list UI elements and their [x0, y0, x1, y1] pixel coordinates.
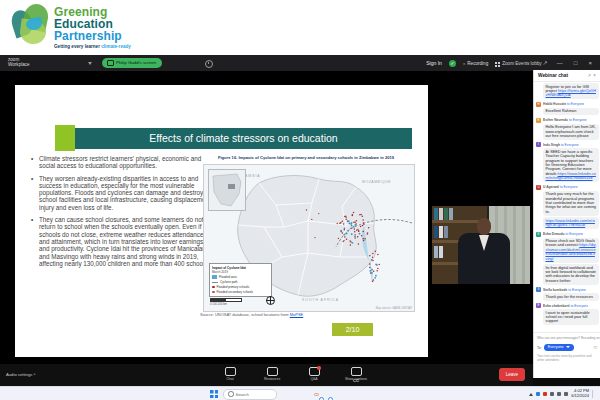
map-scale-bar: 0 100 200 km [210, 298, 242, 306]
minimize-button[interactable]: — [555, 60, 565, 66]
chat-bubble: Please check our SDG Goals lesson and co… [543, 238, 599, 263]
chat-to-label: To: [537, 346, 542, 350]
recording-indicator: Recording [463, 61, 488, 66]
volume-icon[interactable] [557, 392, 561, 396]
presentation-slide: Effects of climate stressors on educatio… [15, 85, 428, 357]
map-legend: Impact of Cyclone Idai March 2019 Floode… [209, 263, 272, 297]
leave-button[interactable]: Leave [499, 368, 525, 381]
qa-notification-badge [317, 366, 321, 370]
chat-bubble-icon [225, 367, 236, 376]
chat-message: S Stella kumbode to Everyone Thank you f… [536, 287, 599, 300]
security-shield-icon[interactable]: ✓ [449, 60, 456, 67]
avatar: E [536, 232, 541, 237]
show-captions-button[interactable]: CC Show captions [340, 366, 372, 381]
chat-bubble: Thank you for the resources [543, 293, 599, 300]
webinar-chat-panel: Webinar chat ↗× Register to join us for … [533, 70, 600, 378]
slide-bullet: Climate stressors restrict learners’ phy… [31, 155, 215, 170]
tray-chevron-icon[interactable] [529, 393, 533, 396]
chat-button[interactable]: Chat [214, 366, 246, 381]
slide-bullet-list: Climate stressors restrict learners’ phy… [31, 155, 215, 272]
chat-bubble: Hello Everyone I am from UK, www.sriphar… [543, 124, 599, 140]
zoom-window: zoomWorkplace Philip Gadd's screen Sign … [0, 55, 600, 386]
slide-title: Effects of climate stressors on educatio… [75, 128, 412, 149]
webinar-control-bar: Audio settings ^ Chat Resources Q&A CC S… [0, 364, 533, 386]
windows-taskbar: Search 4:02 PM 6/12/2024 [0, 386, 600, 400]
chat-sender: Esther Navendu to Everyone [543, 118, 587, 122]
chat-disclaimer: Your text can be seen by panelists and o… [537, 355, 597, 363]
chat-bubble: At SEED we have a specific Teacher Capac… [543, 148, 599, 182]
chat-message-list[interactable]: Register to join us for GSI project http… [534, 82, 600, 332]
qa-button[interactable]: Q&A [298, 366, 330, 381]
chat-bubble: Register to join us for GSI project http… [543, 83, 599, 99]
primary-school-swatch [212, 286, 215, 289]
taskbar-clock[interactable]: 4:02 PM 6/12/2024 [571, 389, 589, 398]
audio-settings-button[interactable]: Audio settings ^ [6, 372, 35, 377]
timer-icon [205, 60, 213, 68]
compass-icon [266, 296, 275, 305]
show-desktop-button[interactable] [592, 390, 596, 398]
close-chat-icon[interactable]: × [593, 73, 598, 78]
avatar: H [536, 102, 541, 107]
logo-wordmark: Greening Education Partnership [54, 6, 122, 42]
chat-sender: Habib Hussain to Everyone [543, 102, 584, 106]
system-tray: 4:02 PM 6/12/2024 [529, 387, 596, 400]
chat-message: I Indu Singh to Everyone At SEED we have… [536, 142, 599, 182]
resources-button[interactable]: Resources [256, 366, 288, 381]
taskbar-search[interactable]: Search [223, 389, 277, 400]
tray-app-icon[interactable] [536, 392, 540, 396]
close-button[interactable]: × [586, 60, 594, 66]
chat-message: H Habib Hussain to Everyone Excellent Ra… [536, 102, 599, 115]
shared-screen-badge[interactable]: Philip Gadd's screen [102, 58, 162, 68]
chat-bubble: I want to open sustainable school so i n… [543, 309, 599, 325]
source-link[interactable]: MoPSE [290, 312, 304, 317]
chat-bubble: Its free digital workbook and we look fo… [543, 264, 599, 285]
slide-page-number: 2/10 [332, 323, 373, 336]
chat-message: E Esther Navendu to Everyone Hello Every… [536, 118, 599, 140]
chat-message: U U Agarwal to Everyone Thank you very m… [536, 185, 599, 229]
panelist-video-tile [432, 206, 530, 284]
avatar: U [536, 185, 541, 190]
start-button-icon[interactable] [210, 390, 218, 398]
figure-source: Source: UNOSAT database, school location… [200, 312, 303, 317]
zimbabwe-map: ZAMBIA MOZAMBIQUE BOTSWANA SOUTH AFRICA … [203, 164, 415, 312]
chat-sender: Esha Dewudu to Everyone [543, 232, 583, 236]
chat-sender: U Agarwal to Everyone [543, 185, 578, 189]
zoom-titlebar: zoomWorkplace Philip Gadd's screen Sign … [0, 55, 600, 72]
chevron-down-icon [566, 346, 570, 348]
top-banner: Greening Education Partnership Getting e… [0, 0, 600, 55]
chat-message: E Esha chakraborti to Everyone I want to… [536, 303, 599, 325]
svg-text:SOUTH AFRICA: SOUTH AFRICA [302, 298, 339, 302]
chat-header: Webinar chat ↗× [534, 70, 600, 82]
avatar: E [536, 118, 541, 123]
chat-recipient-selector[interactable]: Everyone [544, 344, 574, 351]
chat-visibility-note: Who can see your messages? Recording on [537, 336, 600, 340]
maximize-button[interactable]: □ [572, 60, 580, 66]
chevron-down-icon[interactable] [88, 62, 92, 65]
secondary-school-swatch [212, 291, 215, 294]
avatar: E [536, 303, 541, 308]
flooded-area-swatch [212, 275, 217, 279]
emoji-picker-icon[interactable]: ☺ [592, 344, 598, 351]
chat-composer: Who can see your messages? Recording on … [534, 332, 600, 378]
tray-app-icon[interactable] [543, 392, 547, 396]
svg-text:MOZAMBIQUE: MOZAMBIQUE [362, 180, 391, 184]
external-link-icon: ↗ [543, 60, 548, 66]
desktop-screen: Greening Education Partnership Getting e… [0, 0, 600, 400]
zoom-events-lobby-link[interactable]: Zoom Events lobby ↗ [495, 59, 548, 66]
network-icon[interactable] [550, 392, 554, 396]
chat-message: E Esha Dewudu to Everyone Please check o… [536, 232, 599, 285]
sign-in-button[interactable]: Sign In [426, 60, 442, 66]
slide-title-accent [55, 125, 75, 151]
chat-bubble: Thank you very much for the wonderful pr… [543, 191, 599, 216]
grid-icon [495, 62, 500, 67]
inset-locator-map [208, 169, 246, 211]
zoom-workplace-logo: zoomWorkplace [8, 57, 30, 68]
slide-bullet: They can cause school closures, and some… [31, 216, 215, 267]
battery-icon[interactable] [564, 392, 568, 396]
panelist-person [456, 216, 512, 284]
chat-sender: Indu Singh to Everyone [543, 143, 579, 147]
chat-message-link[interactable]: https://www.linkedin.com/in/singh-dr-gat… [546, 219, 595, 227]
chat-sender: Stella kumbode to Everyone [543, 288, 586, 292]
document-icon [267, 367, 278, 376]
qa-bubble-icon [309, 367, 320, 376]
